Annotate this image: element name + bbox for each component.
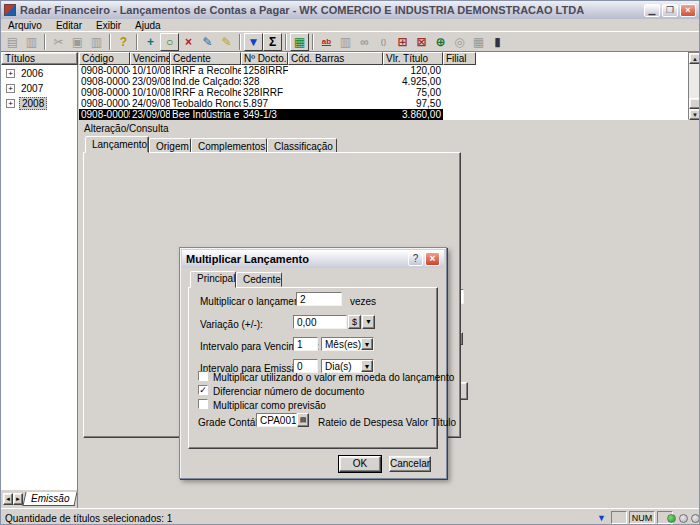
- column-header[interactable]: Vlr. Título: [383, 52, 443, 65]
- filter-status-icon: ▼: [597, 513, 606, 523]
- tree-item-2006[interactable]: +2006: [6, 67, 77, 80]
- tab-lançamento[interactable]: Lançamento: [85, 136, 149, 153]
- status-bar: Quantidade de títulos selecionados: 1 ▼ …: [1, 508, 700, 525]
- dialog-checkbox-2[interactable]: ✓: [198, 385, 208, 395]
- calc-edit-button[interactable]: ⊞: [393, 33, 412, 51]
- autoformat-ap-button[interactable]: ab: [317, 33, 336, 51]
- calc-cancel-button[interactable]: ⊠: [412, 33, 431, 51]
- add-button[interactable]: +: [141, 33, 160, 51]
- titles-grid: CódigoVencimentoCedenteNº Docto.Cód. Bar…: [79, 52, 688, 120]
- delete-button[interactable]: ×: [179, 33, 198, 51]
- binoculars-button: ∞: [355, 33, 374, 51]
- table-cell: 75,00: [383, 87, 443, 98]
- table-cell: [288, 65, 383, 76]
- column-header[interactable]: Código: [79, 52, 130, 65]
- int-emis-combo-arrow-icon[interactable]: ▼: [361, 360, 373, 372]
- minimize-button[interactable]: ▁: [644, 4, 660, 17]
- table-cell: [443, 65, 476, 76]
- sum-button[interactable]: Σ: [263, 33, 282, 51]
- dialog-tab-cedente[interactable]: Cedente: [236, 272, 282, 287]
- new-document-button[interactable]: ⊕: [431, 33, 450, 51]
- status-led-gray-2: [691, 514, 700, 523]
- filter-button[interactable]: ▼: [244, 33, 263, 51]
- scrollbar-thumb[interactable]: [689, 98, 700, 109]
- scroll-down-icon[interactable]: ▼: [689, 109, 700, 120]
- refresh-circle-button[interactable]: ○: [160, 33, 179, 51]
- tree-item-label: 2007: [19, 83, 45, 94]
- book-button[interactable]: ▮: [488, 33, 507, 51]
- menu-bar: ArquivoEditarExibirAjuda: [1, 19, 699, 31]
- expand-icon[interactable]: +: [6, 69, 15, 78]
- tree-item-2007[interactable]: +2007: [6, 82, 77, 95]
- tree-item-2008[interactable]: +2008: [6, 97, 77, 110]
- restore-button[interactable]: ❐: [662, 4, 678, 17]
- multiply-launch-button[interactable]: ▦: [290, 33, 309, 51]
- table-cell: 3.860,00: [383, 109, 443, 120]
- tree-item-label: 2006: [19, 68, 45, 79]
- autoformat-ap-icon: ab: [322, 37, 331, 46]
- int-emis-field[interactable]: 0: [293, 359, 318, 373]
- table-cell: 10/10/08: [130, 65, 170, 76]
- dialog-checkbox-label-3: Multiplicar como previsão: [213, 400, 326, 411]
- status-led-gray-1: [679, 514, 688, 523]
- menu-item-exibir[interactable]: Exibir: [89, 20, 128, 31]
- table-button: ▦: [469, 33, 488, 51]
- column-header[interactable]: Cedente: [170, 52, 241, 65]
- table-row[interactable]: 0908-00005123/09/08Bee Indústria e Com34…: [79, 109, 688, 120]
- column-header[interactable]: Cód. Barras: [288, 52, 383, 65]
- parentheses-icon: (): [381, 37, 386, 46]
- table-row[interactable]: 0908-00004710/10/08IRRF a Recolher328IRR…: [79, 87, 688, 98]
- copy-button: ▣: [68, 33, 87, 51]
- menu-item-ajuda[interactable]: Ajuda: [128, 20, 168, 31]
- dialog-checkbox-3[interactable]: [198, 399, 208, 409]
- table-cell: [443, 87, 476, 98]
- variacao-field[interactable]: 0,00: [293, 315, 347, 329]
- table-icon: ▦: [473, 35, 484, 49]
- table-cell: 0908-000051: [79, 109, 130, 120]
- table-row[interactable]: 0908-00004510/10/08IRRF a Recolher1258IR…: [79, 65, 688, 76]
- edit-pen-button[interactable]: ✎: [198, 33, 217, 51]
- int-venc-field[interactable]: 1: [293, 337, 318, 351]
- toolbar-separator: [312, 34, 314, 50]
- grid-scrollbar[interactable]: ▲ ▼: [688, 52, 700, 120]
- sheet-prev-icon[interactable]: ◄: [3, 493, 13, 505]
- parentheses-button: (): [374, 33, 393, 51]
- table-row[interactable]: 0908-00004924/09/08Teobaldo Ronconi Pi5.…: [79, 98, 688, 109]
- column-header[interactable]: Filial: [443, 52, 476, 65]
- close-button[interactable]: ×: [680, 4, 696, 17]
- dialog-ok-button[interactable]: OK: [339, 456, 381, 472]
- dialog-title: Multiplicar Lançamento: [186, 253, 406, 265]
- column-header[interactable]: Nº Docto.: [241, 52, 288, 65]
- expand-icon[interactable]: +: [6, 84, 15, 93]
- dialog-grade-field[interactable]: CPA001: [256, 413, 297, 427]
- table-cell: Ind.de Calçados Co: [170, 76, 241, 87]
- sheet-next-icon[interactable]: ►: [13, 493, 23, 505]
- brush-button[interactable]: ✎: [217, 33, 236, 51]
- calc-edit-icon: ⊞: [397, 35, 407, 49]
- currency-button[interactable]: $: [348, 315, 361, 329]
- paste-button: ▥: [87, 33, 106, 51]
- table-cell: Teobaldo Ronconi Pi: [170, 98, 241, 109]
- menu-item-arquivo[interactable]: Arquivo: [1, 20, 49, 31]
- table-cell: Bee Indústria e Com: [170, 109, 241, 120]
- refresh-circle-icon: ○: [166, 35, 173, 49]
- menu-item-editar[interactable]: Editar: [49, 20, 89, 31]
- dialog-cancel-button[interactable]: Cancelar: [389, 456, 431, 472]
- dialog-title-bar: Multiplicar Lançamento ? ×: [182, 250, 444, 268]
- scroll-up-icon[interactable]: ▲: [689, 53, 700, 64]
- currency-dropdown-icon[interactable]: ▼: [362, 315, 375, 329]
- application-window: Radar Financeiro - Lançamentos de Contas…: [0, 0, 700, 525]
- mult-field[interactable]: 2: [296, 292, 342, 306]
- column-header[interactable]: Vencimento: [130, 52, 170, 65]
- dialog-grade-lookup-icon[interactable]: ▤: [297, 413, 309, 427]
- sheet-tab-emissao[interactable]: Emissão: [23, 492, 78, 506]
- dialog-close-button[interactable]: ×: [425, 252, 440, 266]
- int-venc-combo-arrow-icon[interactable]: ▼: [361, 338, 373, 350]
- dialog-checkbox-1[interactable]: [198, 371, 208, 381]
- help-button[interactable]: ?: [114, 33, 133, 51]
- app-icon: [4, 4, 16, 16]
- dialog-help-button[interactable]: ?: [408, 252, 423, 266]
- table-row[interactable]: 0908-00004623/09/08Ind.de Calçados Co328…: [79, 76, 688, 87]
- dialog-tab-principal[interactable]: Principal: [190, 271, 236, 288]
- expand-icon[interactable]: +: [6, 99, 15, 108]
